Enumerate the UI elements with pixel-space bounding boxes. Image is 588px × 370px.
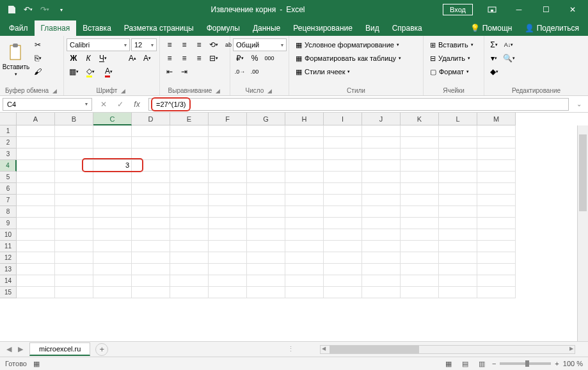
cell[interactable] bbox=[132, 229, 170, 241]
cell[interactable] bbox=[439, 241, 477, 252]
cell[interactable] bbox=[247, 125, 285, 137]
font-launcher-icon[interactable]: ◢ bbox=[120, 88, 127, 94]
decrease-decimal-icon[interactable]: .00 bbox=[248, 65, 262, 78]
cell[interactable] bbox=[209, 275, 247, 287]
cell[interactable] bbox=[17, 183, 55, 195]
cell[interactable] bbox=[477, 160, 516, 172]
cell[interactable] bbox=[285, 137, 324, 149]
tab-data[interactable]: Данные bbox=[246, 20, 287, 36]
cell[interactable] bbox=[477, 229, 516, 241]
copy-icon[interactable]: ⎘▾ bbox=[31, 52, 45, 65]
add-sheet-icon[interactable]: + bbox=[95, 343, 108, 356]
cell[interactable] bbox=[285, 125, 324, 137]
cell[interactable] bbox=[93, 125, 132, 137]
cell[interactable] bbox=[477, 264, 516, 275]
cell[interactable] bbox=[170, 218, 209, 229]
row-header[interactable]: 14 bbox=[0, 275, 17, 287]
cell[interactable] bbox=[132, 264, 170, 275]
cell[interactable] bbox=[362, 218, 401, 229]
cell[interactable] bbox=[362, 241, 401, 252]
cell[interactable] bbox=[93, 137, 132, 149]
cell[interactable] bbox=[285, 160, 324, 172]
cell[interactable] bbox=[132, 137, 170, 149]
cell[interactable] bbox=[324, 137, 362, 149]
cell[interactable] bbox=[362, 252, 401, 264]
comma-icon[interactable]: 000 bbox=[262, 52, 276, 65]
undo-icon[interactable]: ↶▾ bbox=[20, 2, 36, 17]
horizontal-scrollbar[interactable]: ◀ ▶ bbox=[320, 345, 575, 354]
cell[interactable] bbox=[17, 218, 55, 229]
page-layout-view-icon[interactable]: ▤ bbox=[459, 358, 472, 369]
formula-bar[interactable]: =27^(1/3) bbox=[148, 98, 569, 111]
cell[interactable] bbox=[324, 206, 362, 218]
number-launcher-icon[interactable]: ◢ bbox=[266, 88, 273, 94]
cell[interactable] bbox=[17, 287, 55, 298]
cell[interactable] bbox=[285, 287, 324, 298]
cell[interactable] bbox=[362, 275, 401, 287]
cell[interactable] bbox=[170, 229, 209, 241]
cell[interactable] bbox=[439, 149, 477, 160]
tab-home[interactable]: Главная bbox=[35, 20, 77, 36]
cell[interactable] bbox=[324, 229, 362, 241]
cell-styles-button[interactable]: ▦Стили ячеек▾ bbox=[292, 65, 354, 78]
row-header[interactable]: 15 bbox=[0, 287, 17, 298]
cell[interactable] bbox=[55, 229, 93, 241]
minimize-icon[interactable]: ─ bbox=[506, 0, 532, 19]
row-header[interactable]: 11 bbox=[0, 241, 17, 252]
underline-icon[interactable]: Ч▾ bbox=[96, 52, 110, 65]
row-header[interactable]: 6 bbox=[0, 183, 17, 195]
cell[interactable] bbox=[247, 241, 285, 252]
merge-icon[interactable]: ⊟▾ bbox=[207, 52, 221, 65]
column-header[interactable]: J bbox=[362, 113, 401, 125]
cell[interactable] bbox=[93, 264, 132, 275]
cell[interactable] bbox=[477, 172, 516, 183]
cell[interactable] bbox=[477, 149, 516, 160]
align-launcher-icon[interactable]: ◢ bbox=[214, 88, 221, 94]
cell[interactable] bbox=[209, 149, 247, 160]
fill-color-icon[interactable]: ◇▾ bbox=[81, 65, 99, 78]
cell[interactable] bbox=[93, 183, 132, 195]
cell[interactable] bbox=[55, 252, 93, 264]
decrease-font-icon[interactable]: A▾ bbox=[140, 52, 154, 65]
row-header[interactable]: 2 bbox=[0, 137, 17, 149]
tab-layout[interactable]: Разметка страницы bbox=[118, 20, 200, 36]
cell[interactable] bbox=[170, 183, 209, 195]
cell[interactable] bbox=[362, 264, 401, 275]
ribbon-options-icon[interactable] bbox=[479, 0, 505, 19]
tab-formulas[interactable]: Формулы bbox=[200, 20, 246, 36]
cell[interactable] bbox=[285, 229, 324, 241]
borders-icon[interactable]: ▦▾ bbox=[67, 65, 81, 78]
cell[interactable] bbox=[247, 195, 285, 206]
column-header[interactable]: I bbox=[324, 113, 362, 125]
cell[interactable] bbox=[324, 172, 362, 183]
cell[interactable] bbox=[55, 287, 93, 298]
cell[interactable] bbox=[324, 264, 362, 275]
cell[interactable] bbox=[55, 218, 93, 229]
cell[interactable] bbox=[401, 264, 439, 275]
cell[interactable] bbox=[439, 264, 477, 275]
cell[interactable] bbox=[439, 172, 477, 183]
cell[interactable] bbox=[132, 275, 170, 287]
cell[interactable] bbox=[324, 241, 362, 252]
cell[interactable] bbox=[55, 183, 93, 195]
cell[interactable] bbox=[439, 218, 477, 229]
currency-icon[interactable]: ₽▾ bbox=[233, 52, 247, 65]
cell[interactable] bbox=[170, 137, 209, 149]
cell[interactable] bbox=[55, 125, 93, 137]
cell[interactable] bbox=[477, 252, 516, 264]
cell[interactable] bbox=[93, 172, 132, 183]
cancel-formula-icon[interactable]: ✕ bbox=[96, 98, 111, 111]
increase-font-icon[interactable]: A▴ bbox=[125, 52, 139, 65]
cell[interactable] bbox=[477, 206, 516, 218]
cell[interactable] bbox=[247, 287, 285, 298]
conditional-format-button[interactable]: ▦Условное форматирование▾ bbox=[292, 38, 403, 51]
cut-icon[interactable]: ✂ bbox=[31, 38, 45, 51]
cell[interactable] bbox=[132, 125, 170, 137]
cell[interactable] bbox=[55, 206, 93, 218]
close-icon[interactable]: ✕ bbox=[560, 0, 585, 19]
cell[interactable]: 3 bbox=[93, 160, 132, 172]
cell[interactable] bbox=[93, 206, 132, 218]
row-header[interactable]: 13 bbox=[0, 264, 17, 275]
clipboard-launcher-icon[interactable]: ◢ bbox=[51, 88, 58, 94]
sheet-tab[interactable]: microexcel.ru bbox=[29, 342, 90, 356]
